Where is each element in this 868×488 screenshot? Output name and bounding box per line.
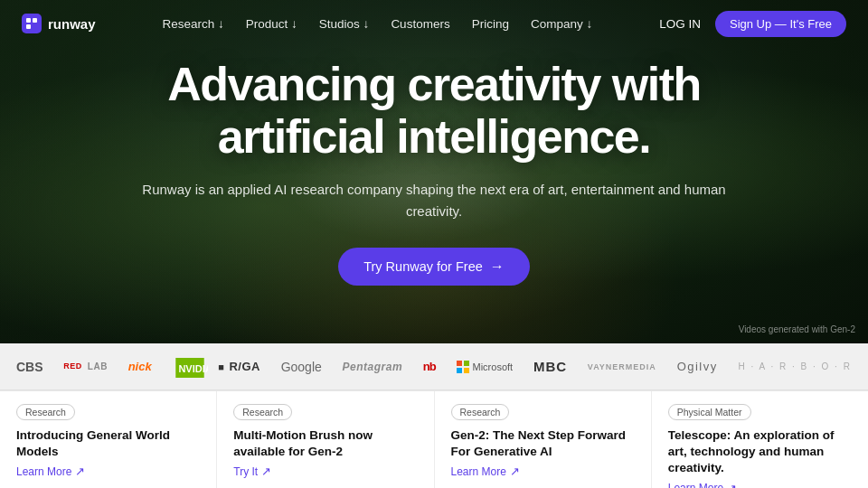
card-2-title: Multi-Motion Brush now available for Gen… bbox=[233, 427, 417, 460]
logo-microsoft: Microsoft bbox=[457, 361, 514, 373]
svg-rect-5 bbox=[457, 361, 462, 366]
card-3-badge: Research bbox=[451, 404, 510, 420]
arrow-icon: → bbox=[490, 258, 505, 275]
logos-bar: CBS REDLAB nick NVIDIA ■ R/GA Google Pen… bbox=[0, 343, 868, 390]
card-3-link-text: Learn More bbox=[451, 465, 506, 478]
logo-vayner: VAYNERMEDIA bbox=[588, 362, 656, 371]
logo-harbor: H · A · R · B · O · R bbox=[739, 361, 852, 371]
nav-actions: LOG IN Sign Up — It's Free bbox=[659, 11, 846, 37]
nav-item-customers[interactable]: Customers bbox=[391, 15, 449, 32]
card-4-link-text: Learn More bbox=[668, 482, 723, 488]
svg-rect-6 bbox=[464, 361, 469, 366]
card-3-title: Gen-2: The Next Step Forward For Generat… bbox=[451, 427, 635, 460]
card-4-title: Telescope: An exploration of art, techno… bbox=[668, 427, 852, 477]
login-button[interactable]: LOG IN bbox=[659, 17, 701, 31]
logo-redlab: REDLAB bbox=[63, 361, 108, 371]
navbar: runway Research ↓ Product ↓ Studios ↓ Cu… bbox=[0, 0, 868, 47]
svg-text:NVIDIA: NVIDIA bbox=[179, 362, 209, 373]
card-3[interactable]: Research Gen-2: The Next Step Forward Fo… bbox=[435, 391, 652, 488]
card-3-arrow-icon: ↗ bbox=[510, 465, 520, 478]
card-1[interactable]: Research Introducing General World Model… bbox=[0, 391, 217, 488]
brand-logo[interactable]: runway bbox=[22, 14, 96, 33]
nav-item-company[interactable]: Company ↓ bbox=[531, 15, 592, 32]
logo-rga: ■ R/GA bbox=[218, 360, 260, 373]
nav-item-pricing[interactable]: Pricing bbox=[472, 15, 509, 32]
card-2[interactable]: Research Multi-Motion Brush now availabl… bbox=[217, 391, 434, 488]
svg-rect-2 bbox=[26, 24, 31, 29]
logo-nick: nick bbox=[128, 360, 152, 373]
card-1-link[interactable]: Learn More ↗ bbox=[16, 465, 200, 478]
try-runway-button[interactable]: Try Runway for Free → bbox=[338, 248, 530, 286]
nav-item-studios[interactable]: Studios ↓ bbox=[319, 15, 370, 32]
brand-name: runway bbox=[48, 16, 96, 32]
signup-button[interactable]: Sign Up — It's Free bbox=[715, 11, 846, 37]
svg-rect-8 bbox=[464, 368, 469, 373]
card-2-link-text: Try It bbox=[233, 465, 258, 478]
hero-title: Advancing creativity with artificial int… bbox=[136, 58, 732, 163]
hero-section: runway Research ↓ Product ↓ Studios ↓ Cu… bbox=[0, 0, 868, 343]
nav-menu: Research ↓ Product ↓ Studios ↓ Customers… bbox=[163, 15, 593, 32]
card-4-arrow-icon: ↗ bbox=[727, 482, 737, 488]
nav-item-product[interactable]: Product ↓ bbox=[246, 15, 297, 32]
card-1-link-text: Learn More bbox=[16, 465, 71, 478]
hero-watermark: Videos generated with Gen-2 bbox=[739, 324, 855, 334]
svg-rect-7 bbox=[457, 368, 462, 373]
nav-item-research[interactable]: Research ↓ bbox=[163, 15, 224, 32]
card-1-title: Introducing General World Models bbox=[16, 427, 200, 460]
card-1-arrow-icon: ↗ bbox=[75, 465, 85, 478]
logo-mbc: MBC bbox=[533, 359, 567, 374]
logo-icon bbox=[22, 14, 42, 33]
card-2-arrow-icon: ↗ bbox=[261, 465, 271, 478]
logo-nb: nb bbox=[423, 360, 436, 373]
card-4[interactable]: Physical Matter Telescope: An exploratio… bbox=[652, 391, 868, 488]
card-1-badge: Research bbox=[16, 404, 75, 420]
hero-subtitle: Runway is an applied AI research company… bbox=[136, 179, 732, 222]
logo-pentagram: Pentagram bbox=[343, 361, 403, 373]
logo-google: Google bbox=[281, 360, 322, 374]
logo-ogilvy: Ogilvy bbox=[677, 360, 718, 373]
try-cta-text: Try Runway for Free bbox=[363, 259, 483, 274]
card-3-link[interactable]: Learn More ↗ bbox=[451, 465, 635, 478]
hero-content: Advancing creativity with artificial int… bbox=[118, 58, 750, 286]
logo-cbs: CBS bbox=[16, 360, 43, 374]
card-4-link[interactable]: Learn More ↗ bbox=[668, 482, 852, 488]
svg-rect-1 bbox=[33, 18, 37, 23]
card-2-link[interactable]: Try It ↗ bbox=[233, 465, 417, 478]
card-4-badge: Physical Matter bbox=[668, 404, 751, 420]
svg-rect-0 bbox=[26, 18, 31, 23]
cards-row: Research Introducing General World Model… bbox=[0, 390, 868, 488]
card-2-badge: Research bbox=[233, 404, 292, 420]
logo-nvidia: NVIDIA bbox=[172, 358, 197, 376]
